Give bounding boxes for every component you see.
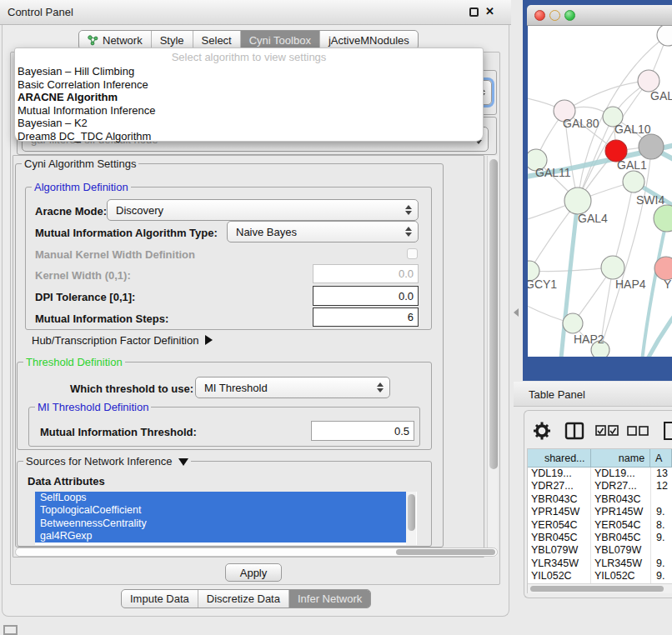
mi-type-value: Naive Bayes: [236, 226, 297, 238]
table-row[interactable]: YLR345W YLR345W 9.: [528, 558, 672, 570]
column-header-partial[interactable]: A: [650, 449, 672, 468]
table-row[interactable]: YDL19... YDL19... 13: [528, 468, 672, 480]
cell: YBR045C: [591, 532, 651, 544]
tab-network[interactable]: Network: [79, 31, 152, 49]
popup-item-dream8[interactable]: Dream8 DC_TDC Algorithm: [15, 130, 483, 143]
sources-caption-label: Sources for Network Inference: [26, 455, 173, 468]
table-row[interactable]: YPR145W YPR145W 9.: [528, 506, 672, 518]
data-attributes-list[interactable]: SelfLoops TopologicalCoefficient Between…: [35, 492, 417, 545]
node-gray[interactable]: [639, 134, 664, 159]
attributes-vertical-scrollbar[interactable]: [406, 492, 416, 545]
sources-caption[interactable]: Sources for Network Inference: [23, 455, 191, 468]
aracne-mode-label: Aracne Mode:: [35, 205, 107, 218]
zoom-window-icon[interactable]: [564, 10, 575, 21]
node-gal4[interactable]: [564, 188, 591, 214]
attribute-item-gal4rgexp[interactable]: gal4RGexp: [35, 530, 406, 542]
hub-definition-toggle[interactable]: Hub/Transcription Factor Definition: [32, 334, 213, 347]
settings-vertical-scrollbar[interactable]: [487, 156, 498, 557]
tab-network-label: Network: [103, 34, 143, 47]
table-horizontal-scrollbar[interactable]: [528, 583, 672, 593]
node-label: GAL4: [578, 212, 608, 225]
chevron-right-icon: [205, 335, 213, 345]
table-row[interactable]: YIL052C YIL052C 9.: [528, 570, 672, 582]
attribute-item-topologicalcoefficient[interactable]: TopologicalCoefficient: [35, 504, 406, 517]
attributes-vscroll-thumb[interactable]: [408, 494, 415, 531]
aracne-mode-combo[interactable]: Discovery: [107, 199, 419, 221]
node-label: GAL10: [614, 122, 651, 136]
node-green[interactable]: [654, 205, 672, 232]
node-swi4[interactable]: [623, 171, 644, 192]
data-attributes-label: Data Attributes: [28, 475, 105, 488]
node-hap2[interactable]: [563, 313, 583, 333]
hub-definition-label: Hub/Transcription Factor Definition: [32, 334, 198, 347]
tab-infer-network[interactable]: Infer Network: [289, 590, 370, 608]
table-row[interactable]: YDR27... YDR27... 12: [528, 480, 672, 492]
control-panel-titlebar: Control Panel ✕: [0, 0, 511, 25]
new-table-icon[interactable]: [664, 421, 672, 441]
settings-vscroll-thumb[interactable]: [489, 159, 498, 469]
mi-steps-field[interactable]: 6: [313, 308, 419, 327]
cyni-algorithm-settings-caption: Cyni Algorithm Settings: [22, 158, 138, 170]
split-columns-icon[interactable]: [564, 421, 584, 441]
app-screen: Control Panel ✕ Network Style Select Cyn…: [0, 0, 672, 635]
table-panel-title: Table Panel: [529, 388, 585, 401]
which-threshold-label: Which threshold to use:: [70, 382, 193, 395]
minimized-panel-chip[interactable]: [3, 625, 18, 635]
popup-item-bayesian-hill-climbing[interactable]: Bayesian – Hill Climbing: [15, 65, 483, 78]
popup-item-aracne[interactable]: ARACNE Algorithm: [15, 91, 483, 104]
combo-arrows-icon: [405, 205, 412, 215]
cell: YBR043C: [591, 493, 651, 506]
tab-select[interactable]: Select: [193, 31, 241, 49]
node-hap4[interactable]: [601, 256, 624, 279]
table-row[interactable]: YER054C YER054C 8.: [528, 519, 672, 532]
which-threshold-combo[interactable]: MI Threshold: [195, 377, 390, 398]
manual-kernel-checkbox[interactable]: [407, 248, 418, 259]
table-hscroll-thumb[interactable]: [530, 586, 664, 592]
tab-discretize-data[interactable]: Discretize Data: [198, 590, 289, 608]
table-row[interactable]: YBL079W YBL079W: [528, 544, 672, 557]
node-unlabeled-top[interactable]: [657, 26, 672, 46]
settings-horizontal-scrollbar[interactable]: [15, 548, 498, 557]
dpi-tolerance-value: 0.0: [399, 290, 414, 302]
unchecked-boxes-icon[interactable]: [627, 426, 649, 437]
cell: YPR145W: [591, 506, 651, 518]
node-label: HAP2: [574, 332, 604, 346]
apply-button-label: Apply: [240, 567, 268, 579]
cell: [651, 544, 672, 557]
network-window-titlebar[interactable]: [527, 5, 672, 26]
tab-style-label: Style: [160, 34, 184, 47]
settings-hscroll-thumb[interactable]: [396, 549, 495, 555]
tab-jactivemnodules[interactable]: jActiveMNodules: [320, 31, 418, 49]
table-row[interactable]: YBR045C YBR045C 9.: [528, 532, 672, 544]
table-row[interactable]: YBR043C YBR043C: [528, 493, 672, 506]
popup-item-basic-correlation[interactable]: Basic Correlation Inference: [15, 78, 483, 92]
attribute-item-selfloops[interactable]: SelfLoops: [35, 492, 406, 504]
combo-arrows-icon: [405, 227, 412, 237]
splitpane-collapse-handle[interactable]: [514, 308, 519, 317]
mi-threshold-field[interactable]: 0.5: [311, 421, 414, 441]
tab-style[interactable]: Style: [152, 31, 193, 49]
cell: [651, 493, 672, 506]
mi-type-combo[interactable]: Naive Bayes: [227, 221, 419, 242]
network-canvas[interactable]: GAL GAL80 GAL10 GAL1 GAL11 SWI4 GAL4 GCY…: [528, 26, 672, 357]
apply-button[interactable]: Apply: [225, 563, 282, 582]
column-header-shared-name[interactable]: shared...: [528, 449, 591, 468]
popup-item-bayesian-k2[interactable]: Bayesian – K2: [15, 117, 483, 130]
float-panel-icon[interactable]: [469, 8, 479, 17]
gear-icon[interactable]: [533, 421, 551, 441]
dpi-tolerance-field[interactable]: 0.0: [313, 286, 419, 306]
checked-boxes-icon[interactable]: [595, 425, 619, 437]
close-window-icon[interactable]: [534, 10, 545, 21]
column-header-name[interactable]: name: [591, 449, 651, 468]
close-panel-icon[interactable]: ✕: [485, 5, 494, 18]
minimize-window-icon[interactable]: [549, 10, 560, 21]
attribute-item-betweennesscentrality[interactable]: BetweennessCentrality: [35, 518, 406, 530]
dpi-tolerance-label: DPI Tolerance [0,1]:: [35, 291, 135, 303]
cell: YBL079W: [528, 544, 591, 557]
tab-cyni-toolbox[interactable]: Cyni Toolbox: [241, 31, 320, 49]
node-table[interactable]: shared... name A YDL19... YDL19... 13 YD…: [527, 448, 672, 593]
popup-item-mutual-information[interactable]: Mutual Information Inference: [15, 104, 483, 118]
kernel-width-field[interactable]: 0.0: [313, 264, 419, 283]
mi-threshold-label: Mutual Information Threshold:: [40, 426, 197, 438]
tab-impute-data[interactable]: Impute Data: [122, 590, 198, 608]
